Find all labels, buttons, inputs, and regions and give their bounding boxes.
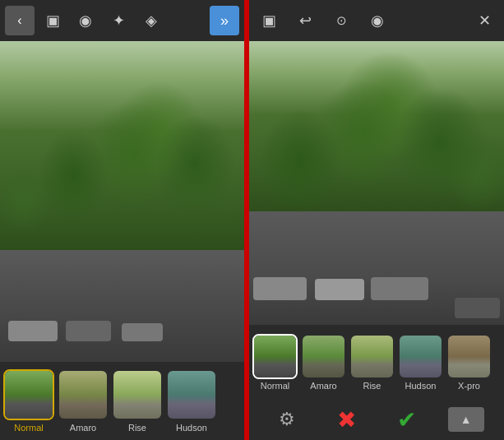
cancel-button[interactable]: ✖ bbox=[329, 401, 365, 438]
right-toolbar: ▣ ↩ ⊙ ◉ ✕ bbox=[249, 0, 504, 41]
palette-tool-button[interactable]: ◈ bbox=[136, 6, 166, 35]
more-icon: » bbox=[220, 12, 229, 30]
right-image-area bbox=[249, 41, 504, 325]
left-panel: ‹ ▣ ◉ ✦ ◈ » bbox=[0, 0, 244, 440]
right-filter-hudson-image bbox=[400, 336, 442, 377]
frame-icon: ▣ bbox=[46, 12, 60, 30]
right-filter-amaro-thumb bbox=[301, 334, 346, 379]
filter-amaro-image bbox=[59, 371, 107, 419]
upload-button[interactable]: ▲ bbox=[448, 407, 484, 432]
frame-tool-button[interactable]: ▣ bbox=[38, 6, 67, 35]
more-tools-button[interactable]: » bbox=[210, 6, 239, 35]
right-filter-normal[interactable]: Normal bbox=[252, 334, 298, 391]
sun-icon: ✦ bbox=[113, 12, 125, 30]
right-filter-amaro-image bbox=[303, 336, 344, 377]
confirm-button[interactable]: ✔ bbox=[388, 401, 424, 438]
left-filters-strip: Normal Amaro Rise Hudson bbox=[0, 362, 244, 440]
right-filter-xpro-image bbox=[448, 336, 490, 377]
right-filter-amaro[interactable]: Amaro bbox=[301, 334, 346, 391]
close-icon: ✕ bbox=[479, 12, 491, 30]
settings-button[interactable]: ⚙ bbox=[269, 401, 305, 438]
filter-hudson[interactable]: Hudson bbox=[166, 369, 217, 433]
filter-rise-thumb bbox=[112, 369, 163, 420]
right-filter-normal-thumb bbox=[252, 334, 298, 379]
filter-amaro[interactable]: Amaro bbox=[58, 369, 109, 433]
undo-icon: ↩ bbox=[299, 12, 312, 30]
right-tree-layer bbox=[249, 41, 504, 225]
left-toolbar: ‹ ▣ ◉ ✦ ◈ » bbox=[0, 0, 244, 41]
left-image-canvas bbox=[0, 41, 244, 362]
palette-icon: ◈ bbox=[146, 12, 157, 30]
filter-hudson-thumb bbox=[166, 369, 217, 420]
chevron-left-icon: ‹ bbox=[17, 13, 21, 28]
rcar-1 bbox=[253, 277, 307, 300]
filter-amaro-thumb bbox=[58, 369, 109, 420]
right-filter-normal-label: Normal bbox=[261, 381, 289, 391]
filter-hudson-image bbox=[168, 371, 215, 419]
right-bottom-bar: ⚙ ✖ ✔ ▲ bbox=[249, 399, 504, 440]
cancel-icon: ✖ bbox=[337, 406, 356, 433]
gear-icon: ⚙ bbox=[279, 409, 295, 430]
drop-icon: ◉ bbox=[79, 12, 92, 30]
car-2 bbox=[66, 321, 111, 341]
right-parking-layer bbox=[249, 211, 504, 325]
drop-tool-button[interactable]: ◉ bbox=[71, 6, 100, 35]
filter-hudson-label: Hudson bbox=[176, 423, 207, 433]
right-filter-rise[interactable]: Rise bbox=[349, 334, 395, 391]
right-camera-button[interactable]: ⊙ bbox=[326, 6, 356, 35]
right-filters-strip: Normal Amaro Rise Hudson X-pro bbox=[249, 325, 504, 399]
right-filter-rise-label: Rise bbox=[363, 381, 381, 391]
right-filter-hudson[interactable]: Hudson bbox=[398, 334, 443, 391]
confirm-icon: ✔ bbox=[397, 406, 416, 433]
rcar-4 bbox=[455, 298, 500, 318]
adjust-tool-button[interactable]: ✦ bbox=[104, 6, 133, 35]
right-drop-button[interactable]: ◉ bbox=[363, 6, 392, 35]
filter-amaro-label: Amaro bbox=[70, 423, 96, 433]
back-button[interactable]: ‹ bbox=[5, 6, 35, 35]
filter-normal-label: Normal bbox=[14, 423, 43, 433]
filter-normal-thumb bbox=[3, 369, 54, 420]
left-tree-layer bbox=[0, 41, 244, 266]
filter-rise[interactable]: Rise bbox=[112, 369, 163, 433]
car-1 bbox=[8, 321, 58, 341]
left-image-area bbox=[0, 41, 244, 362]
right-filter-hudson-thumb bbox=[398, 334, 443, 379]
upload-icon: ▲ bbox=[460, 413, 472, 426]
car-3 bbox=[122, 323, 163, 341]
left-parking-layer bbox=[0, 250, 244, 363]
right-frame-icon: ▣ bbox=[262, 12, 276, 30]
filter-normal-image bbox=[5, 371, 53, 419]
right-filter-hudson-label: Hudson bbox=[405, 381, 437, 391]
rcar-3 bbox=[371, 277, 428, 300]
close-button[interactable]: ✕ bbox=[469, 6, 499, 35]
filter-rise-image bbox=[113, 371, 161, 419]
filter-rise-label: Rise bbox=[128, 423, 146, 433]
right-panel: ▣ ↩ ⊙ ◉ ✕ bbox=[249, 0, 504, 440]
right-drop-icon: ◉ bbox=[371, 12, 384, 30]
camera-icon: ⊙ bbox=[336, 13, 347, 28]
right-filter-rise-thumb bbox=[349, 334, 395, 379]
right-filter-xpro[interactable]: X-pro bbox=[446, 334, 492, 391]
right-filter-rise-image bbox=[351, 336, 393, 377]
right-frame-button[interactable]: ▣ bbox=[254, 6, 284, 35]
right-filter-amaro-label: Amaro bbox=[310, 381, 336, 391]
right-undo-button[interactable]: ↩ bbox=[290, 6, 320, 35]
right-filter-xpro-label: X-pro bbox=[458, 381, 480, 391]
rcar-2 bbox=[315, 279, 364, 300]
right-image-canvas bbox=[249, 41, 504, 325]
right-filter-xpro-thumb bbox=[446, 334, 492, 379]
right-filter-normal-image bbox=[254, 336, 296, 377]
filter-normal[interactable]: Normal bbox=[3, 369, 54, 433]
